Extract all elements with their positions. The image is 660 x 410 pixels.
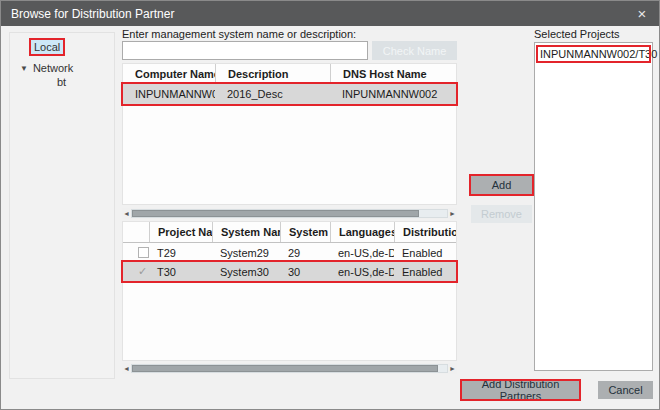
computers-table: Computer Name Description DNS Host Name …: [122, 63, 457, 205]
project-name-cell: T30: [149, 262, 212, 281]
system-name-input[interactable]: [122, 41, 368, 60]
table-row-computer[interactable]: INPUNMANNW002 2016_Desc INPUNMANNW002: [123, 84, 456, 104]
project-name-cell: T29: [149, 243, 212, 262]
distribution-cell: Enabled: [394, 243, 456, 262]
system-id-cell: 29: [280, 243, 330, 262]
projects-table: Project Name System Name System ID Langu…: [122, 221, 457, 361]
languages-cell: en-US,de-DE: [330, 243, 394, 262]
computers-table-hscrollbar[interactable]: ◄ ►: [122, 208, 457, 219]
selected-projects-list: INPUNMANNW002/T30: [534, 42, 653, 371]
scrollbar-thumb[interactable]: [132, 365, 438, 372]
system-name-cell: System30: [212, 262, 280, 281]
add-button[interactable]: Add: [471, 176, 532, 194]
column-header[interactable]: DNS Host Name: [330, 64, 456, 83]
languages-cell: en-US,de-DE: [330, 262, 394, 281]
scroll-left-icon[interactable]: ◄: [122, 363, 131, 374]
dialog-title: Browse for Distribution Partner: [11, 7, 625, 21]
dns-host-name-cell: INPUNMANNW002: [330, 84, 456, 104]
titlebar: Browse for Distribution Partner ×: [1, 1, 659, 26]
column-header[interactable]: Distribution: [394, 222, 456, 242]
scrollbar-track[interactable]: [131, 364, 448, 373]
close-icon[interactable]: ×: [625, 1, 659, 26]
cancel-button[interactable]: Cancel: [598, 381, 653, 399]
check-name-button[interactable]: Check Name: [372, 41, 457, 60]
distribution-cell: Enabled: [394, 262, 456, 281]
computer-name-cell: INPUNMANNW002: [123, 84, 215, 104]
column-header[interactable]: Languages: [330, 222, 394, 242]
tree-item-bt[interactable]: bt: [57, 76, 114, 88]
list-item-selected-project[interactable]: INPUNMANNW002/T30: [538, 47, 649, 61]
scrollbar-track[interactable]: [131, 209, 448, 218]
checkbox-column-header: [123, 222, 149, 242]
projects-table-hscrollbar[interactable]: ◄ ►: [122, 363, 457, 374]
table-row-project[interactable]: ✓ T30 System30 30 en-US,de-DE Enabled: [123, 262, 456, 281]
tree-item-network[interactable]: ▼ Network: [20, 62, 114, 74]
column-header[interactable]: System Name: [212, 222, 280, 242]
scroll-right-icon[interactable]: ►: [448, 208, 457, 219]
add-distribution-partners-button[interactable]: Add Distribution Partners: [462, 381, 579, 399]
check-icon[interactable]: ✓: [138, 265, 147, 278]
scrollbar-thumb[interactable]: [132, 210, 419, 217]
checkbox-unchecked[interactable]: [138, 247, 149, 258]
system-id-cell: 30: [280, 262, 330, 281]
tree-item-network-label: Network: [33, 62, 73, 74]
system-name-cell: System29: [212, 243, 280, 262]
column-header[interactable]: Project Name: [149, 222, 212, 242]
tree-item-local[interactable]: Local: [31, 40, 63, 54]
column-header[interactable]: Description: [215, 64, 330, 83]
browse-distribution-partner-dialog: Browse for Distribution Partner × Local …: [0, 0, 660, 410]
location-tree: Local ▼ Network bt: [9, 32, 115, 379]
scroll-left-icon[interactable]: ◄: [122, 208, 131, 219]
column-header[interactable]: System ID: [280, 222, 330, 242]
projects-table-header: Project Name System Name System ID Langu…: [123, 222, 456, 243]
selected-projects-label: Selected Projects: [534, 28, 620, 40]
column-header[interactable]: Computer Name: [123, 64, 215, 83]
computers-table-header: Computer Name Description DNS Host Name: [123, 64, 456, 84]
chevron-down-icon[interactable]: ▼: [20, 64, 28, 73]
system-name-label: Enter management system name or descript…: [122, 28, 356, 40]
table-row-project[interactable]: T29 System29 29 en-US,de-DE Enabled: [123, 243, 456, 262]
description-cell: 2016_Desc: [215, 84, 330, 104]
remove-button[interactable]: Remove: [471, 205, 532, 223]
scroll-right-icon[interactable]: ►: [448, 363, 457, 374]
